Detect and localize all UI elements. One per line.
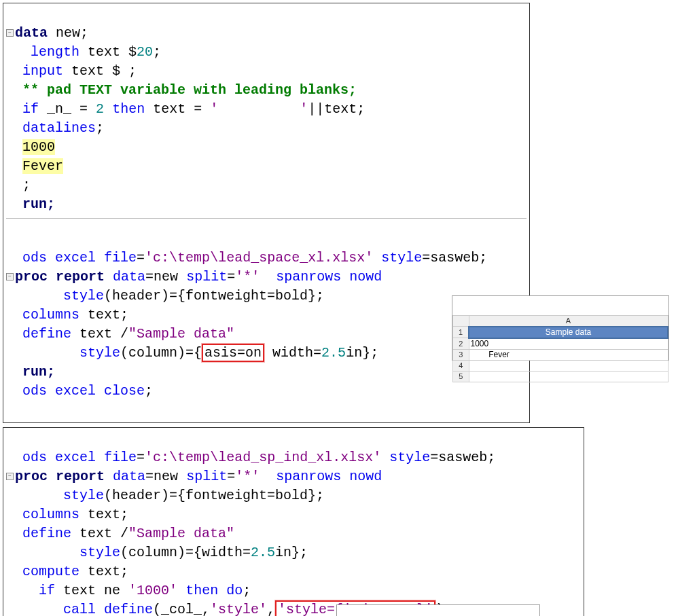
id-text: text [79,526,112,541]
kw-define: define [22,326,71,342]
id-new: new [154,269,178,285]
semi: ; [47,196,55,212]
kw-then: then [185,583,218,598]
row-5: 5 [453,371,469,382]
id-new: new [154,469,178,484]
id-text: text [88,44,120,60]
in-close: in}; [275,545,308,560]
str-sample: "Sample data" [128,326,234,342]
fold-icon[interactable]: − [6,473,14,480]
in-close: in}; [346,345,378,361]
kw-columns: columns [22,507,79,522]
str-blanks: ' ' [210,101,308,117]
num-25: 2.5 [251,545,275,560]
kw-file: file [104,450,137,465]
str-star: '*' [235,469,260,484]
kw-style: style [79,345,120,361]
kw-proc: proc [15,469,48,484]
fold-icon[interactable]: − [6,273,14,280]
str-path: 'c:\temp\lead_sp_ind_xl.xlsx' [145,450,381,465]
code-block-2: ods excel file='c:\temp\lead_sp_ind_xl.x… [3,427,584,616]
kw-ods: ods [22,383,47,399]
n-var: _n_ [47,101,71,117]
kw-proc: proc [15,269,48,285]
semi: ; [96,120,104,136]
kw-datalines: datalines [22,120,96,136]
dollar: $ [112,63,120,79]
kw-nowd: nowd [349,269,382,285]
open: (_col_, [153,602,210,616]
id-new: new [56,25,80,41]
kw-run: run [22,364,47,380]
corner-cell [453,316,469,327]
kw-do: do [226,583,243,598]
row-3: 3 [453,349,469,360]
kw-data: data [113,469,145,484]
kw-style: style [63,288,104,304]
col-open: (column)={width= [120,545,251,560]
dollar: $ [128,44,137,60]
str-style: 'style' [210,602,267,616]
eq: = [430,450,438,465]
kw-define: define [104,602,153,616]
kw-file: file [104,250,137,266]
id-text: text [153,101,185,117]
kw-ods: ods [22,250,47,266]
kw-style: style [63,488,104,503]
eq: = [145,469,154,484]
cell-5 [469,371,668,382]
num-2: 2 [96,101,104,117]
header-cell: Sample data [469,327,668,338]
header-opt: (header)={fontweight=bold}; [104,288,324,304]
kw-call: call [63,602,96,616]
id-text: text [71,63,104,79]
excel-preview-2: 1Sample data 21000 3 Fever 4 5 [336,604,540,616]
semi: ; [47,364,55,380]
separator [6,218,527,219]
sasweb: sasweb; [438,450,495,465]
eq: = [137,450,145,465]
kw-close: close [104,383,145,399]
kw-define: define [22,526,71,541]
kw-compute: compute [22,564,79,579]
id-text: text; [88,564,128,579]
kw-data: data [113,269,145,285]
kw-input: input [22,63,63,79]
kw-if: if [22,101,39,117]
cell-4 [469,360,668,371]
comma: , [267,602,275,616]
eq: = [194,101,202,117]
code-block-1: −data new; length text $20; input text $… [3,3,530,423]
semi: ; [128,63,137,79]
kw-split: split [186,469,227,484]
id-text: text; [88,507,128,522]
num-25: 2.5 [321,345,346,361]
row-1: 1 [453,327,469,338]
kw-spanrows: spanrows [276,469,341,484]
str-star: '*' [235,269,260,285]
eq: = [422,250,430,266]
row-4: 4 [453,360,469,371]
semi: ; [22,177,31,193]
kw-style: style [79,545,120,560]
semi: ; [80,25,88,41]
data-1000: 1000 [22,139,55,155]
str-path: 'c:\temp\lead_space_xl.xlsx' [145,250,373,266]
kw-style: style [389,450,430,465]
fold-icon[interactable]: − [6,29,14,37]
cell-2: 1000 [469,338,668,350]
id-text: text; [88,307,128,323]
kw-report: report [56,469,105,484]
num-20: 20 [137,44,153,60]
kw-data: data [15,25,48,41]
sasweb: sasweb; [430,250,487,266]
str-sample: "Sample data" [128,526,234,541]
cell-3: Fever [469,349,668,360]
col-a: A [469,316,668,327]
kw-then: then [112,101,145,117]
concat: ||text; [308,101,365,117]
eq: = [145,269,154,285]
semi: ; [243,583,251,598]
kw-excel: excel [55,383,96,399]
eq: = [227,269,235,285]
